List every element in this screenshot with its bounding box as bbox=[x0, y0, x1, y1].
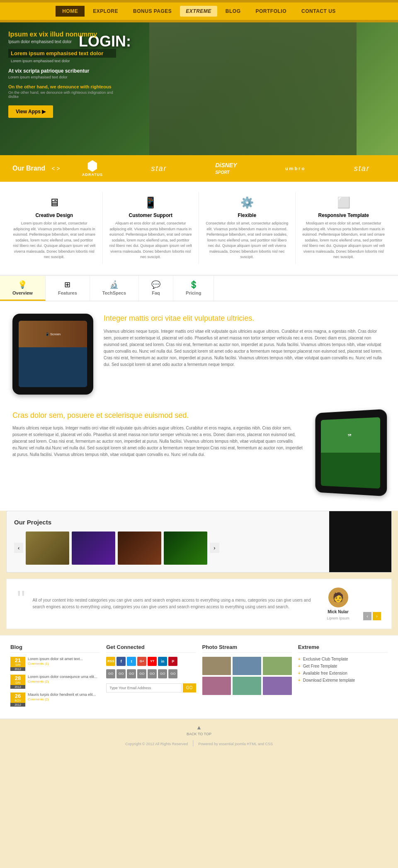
email-input[interactable] bbox=[106, 683, 182, 692]
tabs-bar: 💡 Overview ⊞ Features 🔬 TechSpecs 💬 Faq … bbox=[0, 276, 398, 301]
gallery-next-button[interactable]: › bbox=[210, 543, 219, 553]
blog-comments-2[interactable]: Comments (2) bbox=[28, 680, 97, 683]
tab-techspecs[interactable]: 🔬 TechSpecs bbox=[90, 276, 139, 301]
gallery-prev-button[interactable]: ‹ bbox=[14, 543, 23, 553]
blog-item-2: 28 GRI 2012 Lorem ipsum dolor consequnce… bbox=[10, 675, 100, 689]
extreme-link-2[interactable]: + Get Free Template bbox=[298, 664, 388, 668]
nav-explore[interactable]: EXPLORE bbox=[86, 6, 125, 17]
brand-logo-disney: DiSNEYSPORT bbox=[215, 162, 237, 175]
hero-section: LOGIN: Ipsum ex vix illud nonummy Ipsum … bbox=[0, 22, 398, 155]
content-heading1: Integer mattis orci vitae elit vulputate… bbox=[104, 314, 386, 323]
testimonial-nav: ‹ › bbox=[363, 612, 381, 620]
creative-design-icon: 🖥 bbox=[12, 196, 96, 209]
tab-overview[interactable]: 💡 Overview bbox=[0, 276, 46, 301]
phone-mockup-1: 📱 Screen bbox=[12, 314, 93, 395]
go-btn-5[interactable]: GO bbox=[148, 669, 157, 678]
tab-pricing[interactable]: 💲 Pricing bbox=[173, 276, 214, 301]
faq-label: Faq bbox=[152, 290, 160, 295]
view-apps-button[interactable]: View Apps ▶ bbox=[8, 105, 53, 118]
nav-home[interactable]: HOME bbox=[56, 6, 85, 17]
copyright-text: Copyright © 2012 All Rights Reserved bbox=[125, 742, 188, 746]
blog-comments-1[interactable]: Comments (1) bbox=[28, 662, 83, 666]
social-icons-row: RSS f t G+ YT in P bbox=[106, 657, 196, 666]
pricing-icon: 💲 bbox=[189, 280, 198, 289]
blog-day-2: 28 bbox=[12, 675, 24, 681]
googleplus-icon[interactable]: G+ bbox=[137, 657, 146, 666]
project-item-1[interactable] bbox=[26, 532, 69, 565]
responsive-text: Mosliquam et eros dolor sit amet, consec… bbox=[302, 221, 386, 260]
nav-contact[interactable]: CONTACT US bbox=[295, 6, 342, 17]
photo-thumb-5[interactable] bbox=[233, 677, 261, 695]
project-item-2[interactable] bbox=[72, 532, 115, 565]
brand-logo-star1: star bbox=[151, 164, 167, 173]
rss-icon[interactable]: RSS bbox=[106, 657, 115, 666]
blog-item-1: 21 GRI 2012 Lorem ipsum dolor sit amet t… bbox=[10, 657, 100, 671]
pinterest-icon[interactable]: P bbox=[168, 657, 177, 666]
nav-portfolio[interactable]: PORTFOLIO bbox=[249, 6, 294, 17]
content-row1: 📱 Screen Integer mattis orci vitae elit … bbox=[12, 314, 386, 395]
projects-gallery: ‹ › bbox=[14, 532, 322, 565]
nav-bonus[interactable]: BONUS PAGES bbox=[126, 6, 178, 17]
nav-blog[interactable]: BLOG bbox=[219, 6, 248, 17]
photo-thumb-6[interactable] bbox=[263, 677, 291, 695]
go-btn-4[interactable]: GO bbox=[137, 669, 146, 678]
photo-thumb-2[interactable] bbox=[233, 657, 261, 675]
nav-extreme[interactable]: Extreme bbox=[180, 6, 217, 17]
email-submit-button[interactable]: GO bbox=[183, 683, 196, 692]
project-item-4[interactable] bbox=[164, 532, 207, 565]
back-to-top-label[interactable]: BACK TO TOP bbox=[5, 732, 393, 736]
projects-title: Our Projects bbox=[14, 519, 322, 526]
features-icon: ⊞ bbox=[64, 280, 70, 289]
social-icons-row2: GO GO GO GO GO GO GO bbox=[106, 669, 196, 678]
extreme-link-1[interactable]: + Exclusive Club Template bbox=[298, 657, 388, 661]
blog-day-1: 21 bbox=[12, 658, 24, 663]
project-item-3[interactable] bbox=[118, 532, 161, 565]
customer-support-text: Aliquam et eros dolor sit amet, consecte… bbox=[109, 221, 193, 260]
brand-bar: Our Brand < > ADRATUS star DiSNEYSPORT u… bbox=[0, 155, 398, 182]
go-btn-2[interactable]: GO bbox=[116, 669, 126, 678]
hero-line1: Ipsum ex vix illud nonummy bbox=[8, 31, 116, 38]
email-subscribe-row: GO bbox=[106, 683, 196, 692]
back-to-top-icon: ▲ bbox=[5, 724, 393, 731]
brand-logos: ADRATUS star DiSNEYSPORT umbro star bbox=[66, 160, 386, 177]
extreme-link-4[interactable]: + Download Extreme template bbox=[298, 678, 388, 683]
go-btn-7[interactable]: GO bbox=[168, 669, 177, 678]
bottom-bar: ▲ BACK TO TOP Copyright © 2012 All Right… bbox=[0, 719, 398, 752]
brand-label: Our Brand bbox=[12, 165, 45, 172]
facebook-icon[interactable]: f bbox=[116, 657, 126, 666]
feature-customer-support: 📱 Customer Support Aliquam et eros dolor… bbox=[103, 192, 199, 264]
extreme-link-3[interactable]: + Available free Extension bbox=[298, 671, 388, 675]
projects-main: Our Projects ‹ › bbox=[7, 511, 329, 572]
testimonial-prev-button[interactable]: ‹ bbox=[363, 612, 371, 620]
techspecs-label: TechSpecs bbox=[102, 290, 126, 295]
go-btn-1[interactable]: GO bbox=[106, 669, 115, 678]
testimonial-next-button[interactable]: › bbox=[373, 612, 381, 620]
linkedin-icon[interactable]: in bbox=[158, 657, 167, 666]
photo-thumb-4[interactable] bbox=[202, 677, 231, 695]
go-btn-6[interactable]: GO bbox=[158, 669, 167, 678]
photo-thumb-1[interactable] bbox=[202, 657, 231, 675]
hero-sub3: Lorem ipsum emphasised text dolor bbox=[8, 75, 116, 79]
go-btn-3[interactable]: GO bbox=[127, 669, 136, 678]
tab-faq[interactable]: 💬 Faq bbox=[139, 276, 173, 301]
youtube-icon[interactable]: YT bbox=[148, 657, 157, 666]
tab-features[interactable]: ⊞ Features bbox=[46, 276, 90, 301]
content-row2: Cras dolor sem, posuere et scelerisque e… bbox=[12, 411, 386, 494]
powered-by-text: Powered by essential joomla HTML and CSS bbox=[198, 742, 273, 746]
projects-section: Our Projects ‹ › bbox=[6, 511, 392, 573]
blog-day-3: 26 bbox=[12, 693, 24, 699]
faq-icon: 💬 bbox=[151, 280, 160, 289]
blog-date-2: 28 GRI 2012 bbox=[10, 675, 25, 689]
photo-thumb-3[interactable] bbox=[263, 657, 291, 675]
hero-line3: At vix scripta patrioque scribentur bbox=[8, 68, 116, 74]
content-para2: Mauris ultrices neque turpis. Integer ma… bbox=[12, 425, 303, 458]
responsive-icon: ⬜ bbox=[302, 196, 386, 209]
photo-stream-column: Photo Stream bbox=[202, 644, 292, 711]
testimonial-section: " All of your content into nested catego… bbox=[6, 579, 392, 629]
blog-comments-3[interactable]: Comments (2) bbox=[28, 697, 96, 701]
twitter-icon[interactable]: t bbox=[127, 657, 136, 666]
blog-year-2: 2012 bbox=[10, 685, 25, 689]
customer-support-icon: 📱 bbox=[109, 196, 193, 209]
blog-title: Blog bbox=[10, 644, 100, 653]
author-name: Mick Nular bbox=[328, 610, 349, 614]
